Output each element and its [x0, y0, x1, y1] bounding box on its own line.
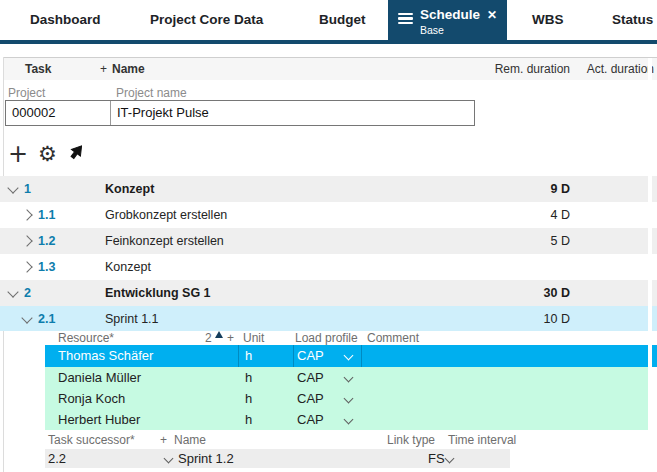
sort-ascending-icon[interactable] [215, 331, 223, 338]
task-id[interactable]: 1.2 [38, 234, 55, 248]
dropdown-chevron-icon[interactable] [344, 373, 354, 383]
task-id[interactable]: 2 [24, 286, 31, 300]
task-id[interactable]: 1.3 [38, 260, 55, 274]
add-successor-icon[interactable]: + [160, 433, 167, 447]
schedule-module-window: Dashboard Project Core Data Budget Sched… [0, 0, 657, 472]
select-mode-button cursor-icon[interactable] [67, 144, 82, 167]
task-rem-duration: 5 D [551, 234, 570, 248]
tab-bar-accent-line [0, 40, 657, 44]
add-column-icon[interactable]: + [100, 62, 107, 76]
resource-load-profile[interactable]: CAP [297, 391, 324, 406]
selected-row-overflow [652, 345, 657, 367]
tab-status[interactable]: Status [612, 12, 653, 27]
successor-table-header: Task successor* + Name Link type Time in… [0, 433, 657, 447]
successor-name[interactable]: Sprint 1.2 [178, 451, 234, 466]
task-rem-duration: 10 D [544, 312, 570, 326]
project-id-label: Project [8, 86, 45, 100]
sort-order-indicator[interactable]: 2 [205, 331, 212, 345]
task-id[interactable]: 1 [24, 182, 31, 196]
resource-table-header: Resource* 2 + Unit Load profile Comment [0, 331, 657, 345]
resource-unit[interactable]: h [245, 370, 252, 385]
task-name[interactable]: Feinkonzept erstellen [105, 234, 224, 248]
task-rem-duration: 4 D [551, 208, 570, 222]
column-header-name[interactable]: Name [112, 62, 145, 76]
dropdown-chevron-icon[interactable] [344, 351, 354, 361]
column-header-act-duration[interactable]: Act. duration [587, 62, 654, 76]
resource-row[interactable]: Herbert Huber h CAP [45, 409, 648, 430]
project-name-field[interactable]: IT-Projekt Pulse [117, 105, 209, 120]
column-header-name[interactable]: Name [174, 433, 206, 447]
tab-wbs[interactable]: WBS [532, 12, 564, 27]
task-name[interactable]: Konzept [105, 182, 154, 196]
task-rem-duration: 9 D [551, 182, 570, 196]
resource-load-profile[interactable]: CAP [297, 370, 324, 385]
resource-unit[interactable]: h [245, 412, 252, 427]
column-header-task[interactable]: Task [25, 62, 51, 76]
task-name[interactable]: Konzept [105, 260, 151, 274]
column-header-unit[interactable]: Unit [243, 331, 264, 345]
column-header-link-type[interactable]: Link type [387, 433, 435, 447]
task-name[interactable]: Sprint 1.1 [105, 312, 159, 326]
resource-row[interactable]: Ronja Koch h CAP [45, 388, 648, 409]
resource-name[interactable]: Daniela Müller [58, 370, 141, 385]
tab-project-core-data[interactable]: Project Core Data [150, 12, 263, 27]
column-header-comment[interactable]: Comment [367, 331, 419, 345]
dropdown-chevron-icon[interactable] [344, 394, 354, 404]
resource-unit[interactable]: h [245, 348, 252, 363]
tab-budget[interactable]: Budget [319, 12, 366, 27]
dropdown-chevron-icon[interactable] [445, 454, 455, 464]
task-row[interactable]: 1.1 Grobkonzept erstellen 4 D [0, 202, 657, 228]
dropdown-chevron-icon[interactable] [344, 415, 354, 425]
task-id[interactable]: 2.1 [38, 312, 55, 326]
resource-load-profile[interactable]: CAP [297, 412, 324, 427]
close-tab-icon[interactable]: ✕ [487, 8, 497, 22]
chevron-right-icon[interactable] [21, 235, 32, 246]
tab-schedule-label: Schedule [420, 7, 480, 22]
add-resource-icon[interactable]: + [227, 331, 234, 345]
column-header-load-profile[interactable]: Load profile [295, 331, 358, 345]
column-header-task-successor[interactable]: Task successor* [48, 433, 135, 447]
task-row[interactable]: 1 Konzept 9 D [0, 176, 657, 202]
resource-row-selected[interactable]: Thomas Schäfer h CAP [45, 345, 657, 367]
successor-link-type[interactable]: FS [428, 451, 445, 466]
column-header-resource[interactable]: Resource* [58, 331, 114, 345]
resource-name[interactable]: Herbert Huber [58, 412, 140, 427]
task-row[interactable]: 2 Entwicklung SG 1 30 D [0, 280, 657, 306]
resource-unit[interactable]: h [245, 391, 252, 406]
column-header-time-interval[interactable]: Time interval [448, 433, 516, 447]
settings-button gear-icon[interactable]: ⚙ [38, 142, 57, 166]
task-name[interactable]: Entwicklung SG 1 [105, 286, 211, 300]
chevron-down-icon[interactable] [21, 312, 32, 323]
task-id[interactable]: 1.1 [38, 208, 55, 222]
project-name-label: Project name [116, 86, 187, 100]
chevron-right-icon[interactable] [21, 261, 32, 272]
task-row[interactable]: 1.3 Konzept [0, 254, 657, 280]
chevron-down-icon[interactable] [7, 182, 18, 193]
project-field-group: 000002 IT-Projekt Pulse [5, 100, 475, 126]
module-tab-bar: Dashboard Project Core Data Budget Sched… [0, 0, 657, 40]
project-id-field[interactable]: 000002 [12, 105, 55, 120]
resource-name[interactable]: Ronja Koch [58, 391, 125, 406]
chevron-down-icon[interactable] [7, 286, 18, 297]
resource-load-profile[interactable]: CAP [297, 348, 324, 363]
resource-row[interactable]: Daniela Müller h CAP [45, 367, 648, 388]
task-table-header: Task + Name Rem. duration Act. duration [4, 58, 657, 80]
resource-name[interactable]: Thomas Schäfer [58, 348, 153, 363]
chevron-right-icon[interactable] [21, 209, 32, 220]
task-rem-duration: 30 D [544, 286, 570, 300]
task-toolbar: + ⚙ [8, 140, 82, 168]
task-row[interactable]: 1.2 Feinkonzept erstellen 5 D [0, 228, 657, 254]
tab-schedule-sublabel: Base [420, 24, 444, 36]
task-row-selected[interactable]: 2.1 Sprint 1.1 10 D [0, 306, 657, 331]
add-task-button plus-icon[interactable]: + [8, 142, 28, 166]
hamburger-menu-icon[interactable] [398, 13, 413, 24]
field-divider [110, 101, 111, 125]
column-header-rem-duration[interactable]: Rem. duration [495, 62, 570, 76]
successor-task-id[interactable]: 2.2 [48, 451, 66, 466]
task-name[interactable]: Grobkonzept erstellen [105, 208, 227, 222]
tab-dashboard[interactable]: Dashboard [30, 12, 101, 27]
tab-schedule-active[interactable]: Schedule ✕ Base [388, 0, 507, 40]
successor-row[interactable]: 2.2 Sprint 1.2 FS [45, 449, 510, 468]
dropdown-chevron-icon[interactable] [164, 454, 174, 464]
column-separator [648, 58, 652, 472]
